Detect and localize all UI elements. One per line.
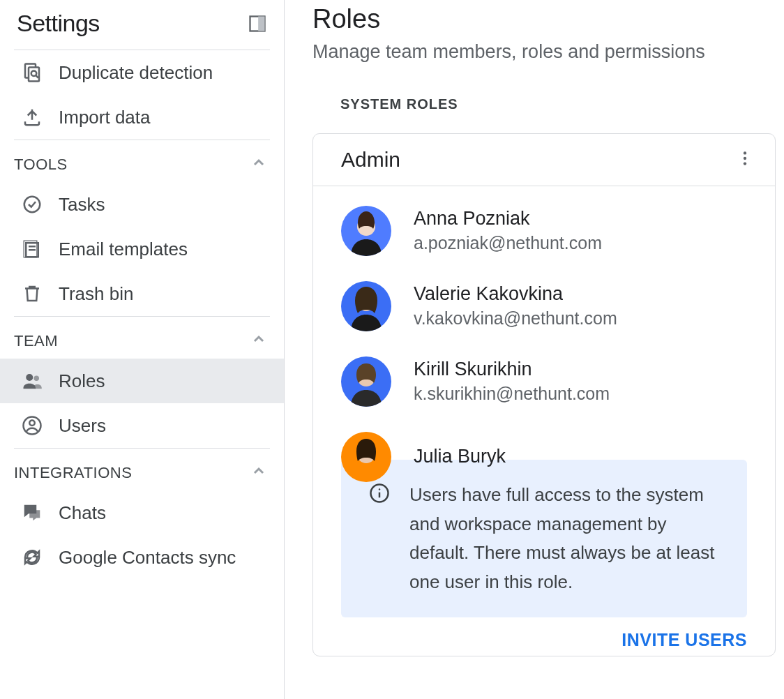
sidebar-item-label: Duplicate detection <box>59 62 213 84</box>
avatar <box>341 356 391 407</box>
section-header-team[interactable]: TEAM <box>0 317 284 359</box>
role-card-header: Admin <box>313 134 775 186</box>
section-header-integrations[interactable]: INTEGRATIONS <box>0 449 284 490</box>
users-icon <box>21 414 43 437</box>
svg-point-13 <box>744 151 746 154</box>
info-text: Users have full access to the system and… <box>409 481 719 596</box>
sidebar-header: Settings <box>0 4 284 50</box>
sidebar-item-chats[interactable]: Chats <box>0 490 284 535</box>
sidebar-item-users[interactable]: Users <box>0 403 284 448</box>
trash-icon <box>21 283 43 305</box>
section-label: INTEGRATIONS <box>14 464 132 482</box>
sidebar-item-duplicate-detection[interactable]: Duplicate detection <box>0 50 284 95</box>
duplicate-icon <box>21 61 43 84</box>
sidebar-item-label: Roles <box>59 370 105 392</box>
tasks-icon <box>21 193 43 216</box>
svg-point-5 <box>24 197 40 213</box>
role-info-box: Users have full access to the system and… <box>341 460 747 617</box>
sidebar-item-label: Import data <box>59 107 151 128</box>
roles-icon <box>21 370 43 392</box>
chats-icon <box>21 502 43 524</box>
svg-point-22 <box>379 488 381 490</box>
sidebar-item-label: Trash bin <box>59 283 133 305</box>
sidebar-title: Settings <box>17 10 100 37</box>
user-row[interactable]: Anna Pozniak a.pozniak@nethunt.com <box>341 206 747 256</box>
user-email: a.pozniak@nethunt.com <box>414 233 602 253</box>
import-icon <box>21 106 43 128</box>
invite-row: INVITE USERS <box>313 617 775 656</box>
svg-point-10 <box>34 376 40 382</box>
role-card-body: Anna Pozniak a.pozniak@nethunt.com Valer… <box>313 186 775 617</box>
system-roles-label: SYSTEM ROLES <box>340 96 784 112</box>
user-name: Anna Pozniak <box>414 209 602 230</box>
sidebar-item-label: Users <box>59 415 106 437</box>
user-row[interactable]: Valerie Kakovkina v.kakovkina@nethunt.co… <box>341 281 747 331</box>
svg-rect-1 <box>258 16 264 31</box>
chevron-up-icon <box>250 331 267 352</box>
user-name: Kirill Skurikhin <box>414 359 610 380</box>
user-email: v.kakovkina@nethunt.com <box>414 308 617 329</box>
section-label: TOOLS <box>14 156 68 174</box>
sidebar-item-import-data[interactable]: Import data <box>0 95 284 140</box>
user-name: Valerie Kakovkina <box>414 284 617 305</box>
user-row[interactable]: Kirill Skurikhin k.skurikhin@nethunt.com <box>341 356 747 407</box>
sidebar-item-label: Chats <box>59 502 106 524</box>
invite-users-button[interactable]: INVITE USERS <box>621 630 747 650</box>
sidebar-item-trash-bin[interactable]: Trash bin <box>0 271 284 316</box>
svg-point-14 <box>744 157 746 160</box>
templates-icon <box>21 238 43 260</box>
panel-collapse-icon[interactable] <box>248 14 267 33</box>
page-title: Roles <box>312 0 784 34</box>
chevron-up-icon <box>250 463 267 483</box>
sidebar-item-tasks[interactable]: Tasks <box>0 182 284 227</box>
sync-icon <box>21 546 43 569</box>
sidebar-item-label: Email templates <box>59 239 188 260</box>
role-card-admin: Admin Anna Pozniak a.pozniak@nethunt.com <box>312 133 776 656</box>
section-header-tools[interactable]: TOOLS <box>0 140 284 182</box>
info-icon <box>369 483 390 513</box>
avatar <box>341 281 391 331</box>
sidebar-item-google-contacts-sync[interactable]: Google Contacts sync <box>0 535 284 580</box>
sidebar-item-label: Google Contacts sync <box>59 547 236 569</box>
user-email: k.skurikhin@nethunt.com <box>414 384 610 404</box>
avatar <box>341 432 391 482</box>
avatar <box>341 206 391 256</box>
sidebar-item-label: Tasks <box>59 194 105 216</box>
settings-sidebar: Settings Duplicate detection Import data… <box>0 0 285 699</box>
sidebar-item-email-templates[interactable]: Email templates <box>0 227 284 271</box>
svg-rect-3 <box>29 68 39 82</box>
role-name: Admin <box>341 148 400 172</box>
sidebar-item-roles[interactable]: Roles <box>0 359 284 403</box>
section-label: TEAM <box>14 332 58 350</box>
page-subtitle: Manage team members, roles and permissio… <box>312 41 784 63</box>
main-content: Roles Manage team members, roles and per… <box>285 0 784 699</box>
more-vert-icon[interactable] <box>736 149 754 170</box>
user-name: Julia Buryk <box>414 446 506 467</box>
svg-point-15 <box>744 162 746 165</box>
svg-point-12 <box>29 421 35 426</box>
svg-point-9 <box>26 374 33 381</box>
chevron-up-icon <box>250 154 267 175</box>
